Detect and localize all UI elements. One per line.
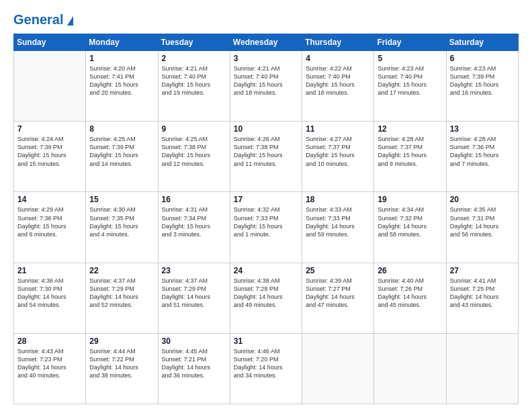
day-number: 27 xyxy=(450,266,515,275)
calendar-week-row: 28Sunrise: 4:43 AMSunset: 7:23 PMDayligh… xyxy=(14,333,519,404)
day-info: Sunrise: 4:21 AMSunset: 7:40 PMDaylight:… xyxy=(162,64,226,97)
day-info: Sunrise: 4:30 AMSunset: 7:35 PMDaylight:… xyxy=(89,205,154,238)
day-number: 15 xyxy=(89,195,154,204)
calendar-cell: 27Sunrise: 4:41 AMSunset: 7:25 PMDayligh… xyxy=(446,263,518,333)
day-number: 7 xyxy=(17,124,82,134)
calendar-cell: 20Sunrise: 4:35 AMSunset: 7:31 PMDayligh… xyxy=(446,192,518,263)
calendar-cell: 22Sunrise: 4:37 AMSunset: 7:29 PMDayligh… xyxy=(86,263,158,333)
day-number: 2 xyxy=(162,54,226,63)
weekday-header: Tuesday xyxy=(158,34,230,51)
day-number: 3 xyxy=(234,54,298,63)
weekday-header: Friday xyxy=(374,34,446,51)
day-number: 19 xyxy=(378,195,442,204)
calendar-cell: 21Sunrise: 4:36 AMSunset: 7:30 PMDayligh… xyxy=(14,263,86,333)
day-number: 1 xyxy=(89,54,154,63)
day-number: 5 xyxy=(378,54,442,63)
calendar-cell: 8Sunrise: 4:25 AMSunset: 7:39 PMDaylight… xyxy=(86,122,158,192)
page: General SundayMondayTuesdayWednesdayThur… xyxy=(0,0,532,411)
day-info: Sunrise: 4:44 AMSunset: 7:22 PMDaylight:… xyxy=(89,347,154,380)
logo-general-text: General xyxy=(13,12,73,27)
day-number: 11 xyxy=(306,124,370,134)
day-number: 16 xyxy=(162,195,226,204)
day-info: Sunrise: 4:35 AMSunset: 7:31 PMDaylight:… xyxy=(450,205,515,238)
calendar-cell xyxy=(374,333,446,404)
calendar-week-row: 21Sunrise: 4:36 AMSunset: 7:30 PMDayligh… xyxy=(14,263,519,333)
day-number: 29 xyxy=(89,336,154,346)
day-info: Sunrise: 4:33 AMSunset: 7:33 PMDaylight:… xyxy=(306,205,370,238)
calendar-cell: 28Sunrise: 4:43 AMSunset: 7:23 PMDayligh… xyxy=(14,333,86,404)
day-number: 31 xyxy=(234,336,298,346)
day-info: Sunrise: 4:28 AMSunset: 7:37 PMDaylight:… xyxy=(378,135,442,168)
day-number: 28 xyxy=(17,336,82,346)
calendar-cell: 31Sunrise: 4:46 AMSunset: 7:20 PMDayligh… xyxy=(230,333,302,404)
day-number: 23 xyxy=(162,266,226,275)
day-info: Sunrise: 4:43 AMSunset: 7:23 PMDaylight:… xyxy=(17,347,82,380)
calendar-cell: 7Sunrise: 4:24 AMSunset: 7:39 PMDaylight… xyxy=(14,122,86,192)
calendar-cell: 5Sunrise: 4:23 AMSunset: 7:40 PMDaylight… xyxy=(374,51,446,122)
day-info: Sunrise: 4:27 AMSunset: 7:37 PMDaylight:… xyxy=(306,135,370,168)
day-number: 18 xyxy=(306,195,370,204)
day-info: Sunrise: 4:22 AMSunset: 7:40 PMDaylight:… xyxy=(306,64,370,97)
calendar-cell: 4Sunrise: 4:22 AMSunset: 7:40 PMDaylight… xyxy=(302,51,374,122)
calendar-cell: 11Sunrise: 4:27 AMSunset: 7:37 PMDayligh… xyxy=(302,122,374,192)
calendar-cell: 23Sunrise: 4:37 AMSunset: 7:29 PMDayligh… xyxy=(158,263,230,333)
header: General xyxy=(13,12,519,27)
calendar-cell: 13Sunrise: 4:28 AMSunset: 7:36 PMDayligh… xyxy=(446,122,518,192)
day-info: Sunrise: 4:21 AMSunset: 7:40 PMDaylight:… xyxy=(234,64,298,97)
calendar-cell xyxy=(446,333,518,404)
calendar-cell: 16Sunrise: 4:31 AMSunset: 7:34 PMDayligh… xyxy=(158,192,230,263)
calendar-cell xyxy=(14,51,86,122)
logo-general-line: General xyxy=(13,12,73,27)
calendar-cell: 29Sunrise: 4:44 AMSunset: 7:22 PMDayligh… xyxy=(86,333,158,404)
calendar-week-row: 7Sunrise: 4:24 AMSunset: 7:39 PMDaylight… xyxy=(14,122,519,192)
day-number: 17 xyxy=(234,195,298,204)
day-number: 4 xyxy=(306,54,370,63)
day-info: Sunrise: 4:26 AMSunset: 7:38 PMDaylight:… xyxy=(234,135,298,168)
calendar-cell: 3Sunrise: 4:21 AMSunset: 7:40 PMDaylight… xyxy=(230,51,302,122)
calendar-cell: 12Sunrise: 4:28 AMSunset: 7:37 PMDayligh… xyxy=(374,122,446,192)
day-number: 30 xyxy=(162,336,226,346)
calendar-cell: 14Sunrise: 4:29 AMSunset: 7:36 PMDayligh… xyxy=(14,192,86,263)
calendar-cell: 9Sunrise: 4:25 AMSunset: 7:38 PMDaylight… xyxy=(158,122,230,192)
calendar-cell: 1Sunrise: 4:20 AMSunset: 7:41 PMDaylight… xyxy=(86,51,158,122)
day-number: 14 xyxy=(17,195,82,204)
day-number: 6 xyxy=(450,54,515,63)
day-number: 9 xyxy=(162,124,226,134)
weekday-header: Monday xyxy=(86,34,158,51)
calendar-cell: 30Sunrise: 4:45 AMSunset: 7:21 PMDayligh… xyxy=(158,333,230,404)
day-info: Sunrise: 4:37 AMSunset: 7:29 PMDaylight:… xyxy=(89,277,154,310)
day-info: Sunrise: 4:24 AMSunset: 7:39 PMDaylight:… xyxy=(17,135,82,168)
day-info: Sunrise: 4:20 AMSunset: 7:41 PMDaylight:… xyxy=(89,64,154,97)
day-info: Sunrise: 4:29 AMSunset: 7:36 PMDaylight:… xyxy=(17,205,82,238)
day-number: 21 xyxy=(17,266,82,275)
day-number: 22 xyxy=(89,266,154,275)
calendar-week-row: 1Sunrise: 4:20 AMSunset: 7:41 PMDaylight… xyxy=(14,51,519,122)
calendar-cell xyxy=(302,333,374,404)
day-info: Sunrise: 4:36 AMSunset: 7:30 PMDaylight:… xyxy=(17,277,82,310)
weekday-header: Wednesday xyxy=(230,34,302,51)
day-info: Sunrise: 4:37 AMSunset: 7:29 PMDaylight:… xyxy=(162,277,226,310)
day-number: 13 xyxy=(450,124,515,134)
logo-general-blue: General xyxy=(13,12,63,27)
day-info: Sunrise: 4:39 AMSunset: 7:27 PMDaylight:… xyxy=(306,277,370,310)
day-number: 25 xyxy=(306,266,370,275)
weekday-header: Sunday xyxy=(14,34,86,51)
day-number: 10 xyxy=(234,124,298,134)
calendar-cell: 24Sunrise: 4:38 AMSunset: 7:28 PMDayligh… xyxy=(230,263,302,333)
calendar-cell: 6Sunrise: 4:23 AMSunset: 7:39 PMDaylight… xyxy=(446,51,518,122)
calendar-cell: 17Sunrise: 4:32 AMSunset: 7:33 PMDayligh… xyxy=(230,192,302,263)
day-number: 20 xyxy=(450,195,515,204)
calendar-cell: 25Sunrise: 4:39 AMSunset: 7:27 PMDayligh… xyxy=(302,263,374,333)
day-info: Sunrise: 4:25 AMSunset: 7:39 PMDaylight:… xyxy=(89,135,154,168)
calendar-cell: 19Sunrise: 4:34 AMSunset: 7:32 PMDayligh… xyxy=(374,192,446,263)
day-number: 26 xyxy=(378,266,442,275)
day-number: 12 xyxy=(378,124,442,134)
logo-triangle-icon xyxy=(67,16,73,26)
logo: General xyxy=(13,12,73,27)
day-info: Sunrise: 4:31 AMSunset: 7:34 PMDaylight:… xyxy=(162,205,226,238)
weekday-header: Saturday xyxy=(446,34,518,51)
calendar-cell: 26Sunrise: 4:40 AMSunset: 7:26 PMDayligh… xyxy=(374,263,446,333)
calendar-cell: 15Sunrise: 4:30 AMSunset: 7:35 PMDayligh… xyxy=(86,192,158,263)
calendar-cell: 2Sunrise: 4:21 AMSunset: 7:40 PMDaylight… xyxy=(158,51,230,122)
calendar-week-row: 14Sunrise: 4:29 AMSunset: 7:36 PMDayligh… xyxy=(14,192,519,263)
